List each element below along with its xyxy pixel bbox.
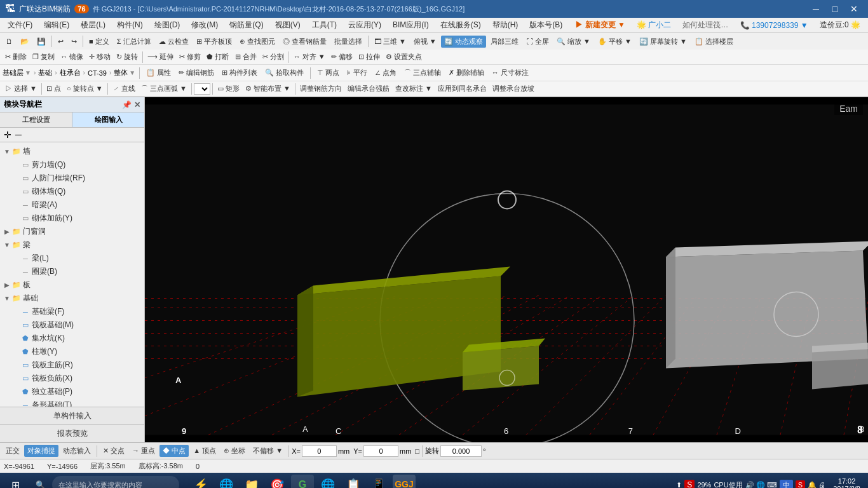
menu-online[interactable]: 在线服务(S) [435, 18, 486, 32]
tray-extra[interactable]: 🔔 🖨 [808, 481, 825, 489]
tree-foundation[interactable]: ▼ 📁 基础 [0, 292, 144, 305]
point-tool-btn[interactable]: ⊡ 点 [44, 83, 64, 94]
stretch-btn[interactable]: ⊡ 拉伸 [356, 51, 383, 62]
checkbox-icon[interactable]: □ [415, 447, 419, 455]
menu-cloud[interactable]: 云应用(Y) [343, 18, 386, 32]
pan-btn[interactable]: ✋ 平移 ▼ [595, 36, 635, 48]
rotate-point-btn[interactable]: ○ 旋转点 ▼ [64, 83, 105, 94]
undo-btn[interactable]: ↩ [55, 36, 67, 47]
dim-note-btn[interactable]: ↔ 尺寸标注 [489, 67, 531, 78]
break-btn[interactable]: ⬟ 打断 [204, 51, 231, 62]
grip-settings-btn[interactable]: ⚙ 设置夹点 [383, 51, 424, 62]
ime-indicator[interactable]: 中 [780, 480, 793, 489]
tree-add-icon[interactable]: ✛ [4, 130, 11, 140]
taskbar-app-g[interactable]: G [291, 475, 314, 488]
tray-upload[interactable]: ⬆ [676, 481, 682, 489]
line-tool-btn[interactable]: ⟋ 直线 [110, 83, 138, 94]
endpoint-btn[interactable]: → 重点 [129, 445, 158, 457]
menu-view[interactable]: 视图(V) [270, 18, 306, 32]
tree-hidden-beam[interactable]: ─ 暗梁(A) [0, 198, 144, 212]
tree-masonry-rebar[interactable]: ▭ 砌体加筋(Y) [0, 212, 144, 225]
rect-tool-btn[interactable]: ▭ 矩形 [215, 83, 242, 94]
smart-layout-btn[interactable]: ⚙ 智能布置 ▼ [243, 83, 293, 94]
split-btn[interactable]: ✂ 分割 [260, 51, 287, 62]
tree-shear-wall[interactable]: ▭ 剪力墙(Q) [0, 158, 144, 172]
two-point-btn[interactable]: ⊤ 两点 [315, 67, 342, 78]
new-btn[interactable]: 🗋 [3, 36, 16, 46]
topview-btn[interactable]: 俯视 ▼ [410, 36, 440, 48]
edit-cap-steel-btn[interactable]: 编辑承台强筋 [345, 83, 392, 94]
delete-btn[interactable]: ✂ 删除 [3, 51, 29, 62]
dynamic-obs-btn[interactable]: 🔄 动态观察 [441, 36, 486, 48]
local-3d-btn[interactable]: 局部三维 [487, 36, 522, 48]
find-elem-btn[interactable]: ⊕ 查找图元 [236, 36, 278, 48]
menu-draw[interactable]: 绘图(D) [149, 18, 186, 32]
taskbar-app-edge[interactable]: 🌐 [215, 475, 238, 488]
merge-btn[interactable]: ⊞ 合并 [233, 51, 259, 62]
tree-masonry-wall[interactable]: ▭ 砌体墙(Q) [0, 185, 144, 198]
tree-slab[interactable]: ▶ 📁 板 [0, 278, 144, 292]
snap-btn[interactable]: 对象捕捉 [24, 445, 58, 457]
maximize-button[interactable]: □ [826, 2, 844, 16]
ime-s-indicator[interactable]: S [796, 480, 805, 488]
offset-btn[interactable]: ✏ 偏移 [329, 51, 355, 62]
panel-close-btn[interactable]: ✕ [134, 100, 140, 109]
intersection-btn[interactable]: ✕ 交点 [100, 445, 128, 457]
menu-tip[interactable]: 如何处理筏板附加钢筋... [677, 18, 733, 32]
property-btn[interactable]: 📋 属性 [144, 67, 173, 78]
zoom-btn[interactable]: 🔍 缩放 ▼ [553, 36, 593, 48]
save-btn[interactable]: 💾 [34, 36, 49, 47]
panel-pin-btn[interactable]: 📌 [122, 100, 132, 109]
fullscreen-btn[interactable]: ⛶ 全屏 [523, 36, 552, 48]
menu-bim[interactable]: BIM应用(I) [388, 18, 434, 32]
single-component-btn[interactable]: 单构件输入 [0, 407, 144, 425]
pile-cap-selector[interactable]: 柱承台 [60, 68, 81, 78]
tree-civil-defense-wall[interactable]: ▭ 人防门框墙(RF) [0, 172, 144, 185]
mirror-btn[interactable]: ↔ 镜像 [58, 51, 86, 62]
vertex-btn[interactable]: ▲ 顶点 [190, 445, 219, 457]
edit-steel-btn[interactable]: ✏ 编辑钢筋 [176, 67, 217, 78]
move-btn[interactable]: ✛ 移动 [86, 51, 113, 62]
menu-modify[interactable]: 修改(M) [186, 18, 223, 32]
define-btn[interactable]: ■ 定义 [86, 36, 112, 48]
menu-gx2[interactable]: 🌟 广小二 [632, 18, 676, 32]
arc-tool-btn[interactable]: ⌒ 三点画弧 ▼ [139, 83, 189, 94]
view-steel-btn[interactable]: ◎ 查看钢筋量 [280, 36, 330, 48]
menu-file[interactable]: 文件(F) [3, 18, 37, 32]
taskbar-app-phone[interactable]: 📱 [367, 475, 390, 488]
tree-isolated-found[interactable]: ⬟ 独立基础(P) [0, 385, 144, 398]
screen-rotate-btn[interactable]: 🔄 屏幕旋转 ▼ [636, 36, 690, 48]
angle-point-btn[interactable]: ∠ 点角 [372, 67, 399, 78]
start-button[interactable]: ⊞ [3, 475, 28, 488]
pick-component-btn[interactable]: 🔍 拾取构件 [262, 67, 306, 78]
menu-component[interactable]: 构件(N) [112, 18, 148, 32]
ct-selector[interactable]: CT-39 [88, 69, 107, 77]
ortho-btn[interactable]: 正交 [3, 445, 23, 457]
tree-found-beam[interactable]: ─ 基础梁(F) [0, 305, 144, 318]
tree-strip-found[interactable]: ─ 条形基础(T) [0, 398, 144, 407]
rotate-input[interactable] [440, 445, 482, 457]
parallel-btn[interactable]: ⊧ 平行 [344, 67, 369, 78]
select-floor-btn[interactable]: 📋 选择楼层 [691, 36, 736, 48]
menu-version[interactable]: 版本号(B) [524, 18, 567, 32]
no-offset-btn[interactable]: 不偏移 ▼ [250, 445, 286, 457]
menu-new-change[interactable]: ▶ 新建变更 ▼ [570, 18, 630, 32]
tree-ring-beam[interactable]: ─ 圈梁(B) [0, 265, 144, 278]
midpoint-btn[interactable]: ◆ 中点 [159, 445, 189, 457]
close-button[interactable]: ✕ [845, 2, 863, 16]
component-list-btn[interactable]: ⊞ 构件列表 [219, 67, 260, 78]
taskbar-app-globe[interactable]: 🌐 [316, 475, 339, 488]
tree-wall[interactable]: ▼ 📁 墙 [0, 145, 144, 158]
whole-selector[interactable]: 整体 ▼ [114, 68, 135, 78]
tree-raft[interactable]: ▭ 筏板基础(M) [0, 318, 144, 332]
tree-door-window[interactable]: ▶ 📁 门窗洞 [0, 225, 144, 238]
align-btn[interactable]: ↔ 对齐 ▼ [291, 51, 328, 62]
report-preview-btn[interactable]: 报表预览 [0, 425, 144, 442]
nav-settings[interactable]: 工程设置 [0, 112, 72, 127]
taskbar-app-chrome[interactable]: 🎯 [266, 475, 288, 488]
taskbar-app-task[interactable]: 📋 [342, 475, 365, 488]
align-top-btn[interactable]: ⊞ 平齐板顶 [193, 36, 235, 48]
menu-edit[interactable]: 编辑(E) [39, 18, 74, 32]
3d-btn[interactable]: 🗔 三维 ▼ [371, 36, 409, 48]
menu-help[interactable]: 帮助(H) [487, 18, 524, 32]
